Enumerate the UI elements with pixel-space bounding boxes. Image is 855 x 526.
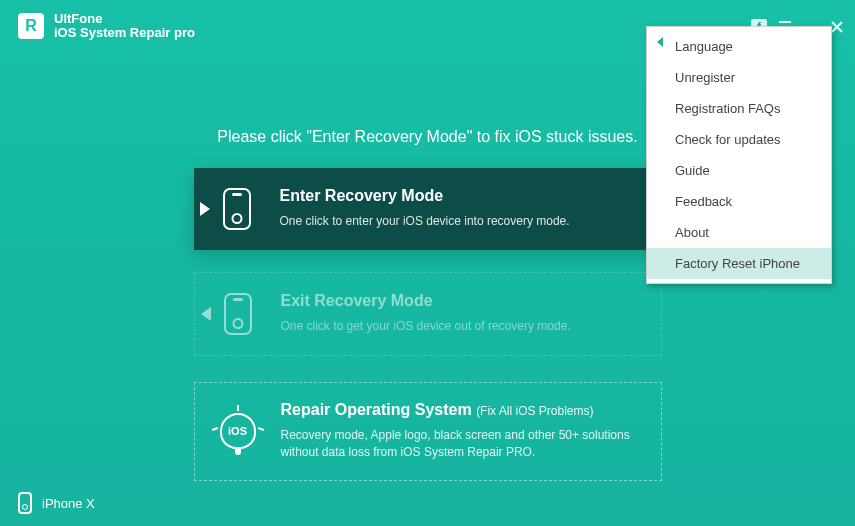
exit-recovery-desc: One click to get your iOS device out of … bbox=[281, 318, 571, 335]
repair-os-icon: iOS bbox=[215, 408, 261, 454]
exit-recovery-icon bbox=[215, 291, 261, 337]
menu-item-language[interactable]: Language bbox=[647, 31, 831, 62]
repair-os-card[interactable]: iOS Repair Operating System (Fix All iOS… bbox=[194, 382, 662, 481]
exit-recovery-title: Exit Recovery Mode bbox=[281, 292, 571, 310]
menu-item-check-updates[interactable]: Check for updates bbox=[647, 124, 831, 155]
menu-item-about[interactable]: About bbox=[647, 217, 831, 248]
app-logo: R bbox=[18, 13, 44, 39]
repair-os-title: Repair Operating System (Fix All iOS Pro… bbox=[281, 401, 641, 419]
repair-os-desc: Recovery mode, Apple logo, black screen … bbox=[281, 427, 641, 462]
repair-os-title-text: Repair Operating System bbox=[281, 401, 472, 418]
device-icon bbox=[18, 492, 32, 514]
brand-line2: iOS System Repair pro bbox=[54, 26, 195, 40]
menu-item-unregister[interactable]: Unregister bbox=[647, 62, 831, 93]
enter-recovery-icon bbox=[214, 186, 260, 232]
brand: R UltFone iOS System Repair pro bbox=[18, 12, 195, 41]
menu-item-guide[interactable]: Guide bbox=[647, 155, 831, 186]
enter-recovery-desc: One click to enter your iOS device into … bbox=[280, 213, 570, 230]
device-name: iPhone X bbox=[42, 496, 95, 511]
menu-item-registration-faqs[interactable]: Registration FAQs bbox=[647, 93, 831, 124]
exit-recovery-card: Exit Recovery Mode One click to get your… bbox=[194, 272, 662, 356]
repair-os-subtitle: (Fix All iOS Problems) bbox=[476, 404, 593, 418]
enter-recovery-card[interactable]: Enter Recovery Mode One click to enter y… bbox=[194, 168, 662, 250]
menu-item-factory-reset[interactable]: Factory Reset iPhone bbox=[647, 248, 831, 279]
bulb-icon: iOS bbox=[220, 413, 256, 449]
menu-item-feedback[interactable]: Feedback bbox=[647, 186, 831, 217]
enter-recovery-title: Enter Recovery Mode bbox=[280, 187, 570, 205]
footer-device: iPhone X bbox=[18, 492, 95, 514]
app-title: UltFone iOS System Repair pro bbox=[54, 12, 195, 41]
menu-list: Language Unregister Registration FAQs Ch… bbox=[647, 27, 831, 283]
hamburger-menu: Language Unregister Registration FAQs Ch… bbox=[646, 26, 832, 284]
submenu-arrow-icon bbox=[657, 37, 663, 47]
brand-line1: UltFone bbox=[54, 11, 102, 26]
app-window: R UltFone iOS System Repair pro f Please… bbox=[0, 0, 855, 526]
